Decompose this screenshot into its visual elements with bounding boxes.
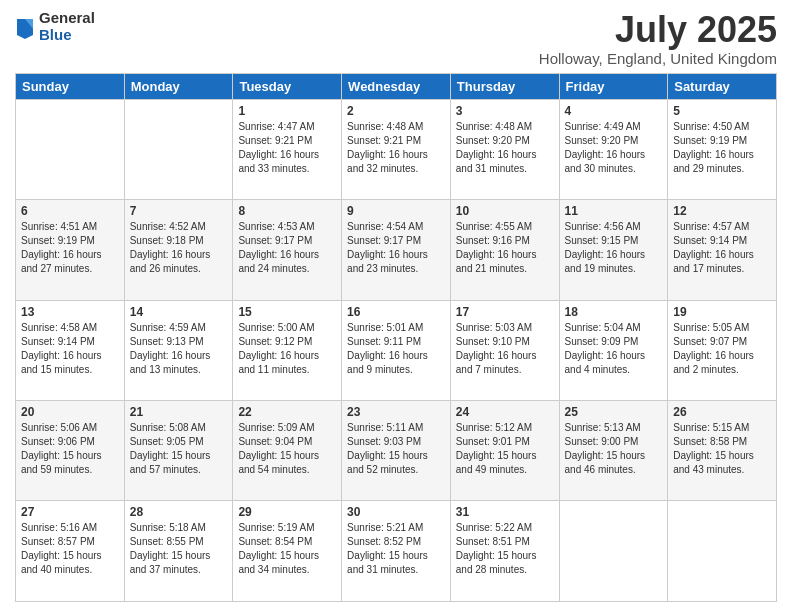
day-info: Sunrise: 4:48 AM Sunset: 9:21 PM Dayligh… (347, 120, 445, 176)
day-cell: 7Sunrise: 4:52 AM Sunset: 9:18 PM Daylig… (124, 200, 233, 300)
day-info: Sunrise: 5:13 AM Sunset: 9:00 PM Dayligh… (565, 421, 663, 477)
day-number: 19 (673, 305, 771, 319)
day-cell: 26Sunrise: 5:15 AM Sunset: 8:58 PM Dayli… (668, 401, 777, 501)
day-cell: 28Sunrise: 5:18 AM Sunset: 8:55 PM Dayli… (124, 501, 233, 602)
day-number: 12 (673, 204, 771, 218)
day-info: Sunrise: 5:04 AM Sunset: 9:09 PM Dayligh… (565, 321, 663, 377)
day-cell: 5Sunrise: 4:50 AM Sunset: 9:19 PM Daylig… (668, 99, 777, 199)
day-info: Sunrise: 5:18 AM Sunset: 8:55 PM Dayligh… (130, 521, 228, 577)
day-number: 15 (238, 305, 336, 319)
day-cell (16, 99, 125, 199)
day-cell: 29Sunrise: 5:19 AM Sunset: 8:54 PM Dayli… (233, 501, 342, 602)
day-cell: 30Sunrise: 5:21 AM Sunset: 8:52 PM Dayli… (342, 501, 451, 602)
day-cell: 19Sunrise: 5:05 AM Sunset: 9:07 PM Dayli… (668, 300, 777, 400)
day-number: 22 (238, 405, 336, 419)
day-info: Sunrise: 4:53 AM Sunset: 9:17 PM Dayligh… (238, 220, 336, 276)
day-number: 2 (347, 104, 445, 118)
day-number: 17 (456, 305, 554, 319)
day-info: Sunrise: 5:03 AM Sunset: 9:10 PM Dayligh… (456, 321, 554, 377)
day-info: Sunrise: 5:15 AM Sunset: 8:58 PM Dayligh… (673, 421, 771, 477)
day-number: 30 (347, 505, 445, 519)
header-cell-saturday: Saturday (668, 73, 777, 99)
page: General Blue July 2025 Holloway, England… (0, 0, 792, 612)
day-cell: 12Sunrise: 4:57 AM Sunset: 9:14 PM Dayli… (668, 200, 777, 300)
day-number: 13 (21, 305, 119, 319)
day-cell: 17Sunrise: 5:03 AM Sunset: 9:10 PM Dayli… (450, 300, 559, 400)
day-cell: 10Sunrise: 4:55 AM Sunset: 9:16 PM Dayli… (450, 200, 559, 300)
day-cell: 20Sunrise: 5:06 AM Sunset: 9:06 PM Dayli… (16, 401, 125, 501)
day-cell: 3Sunrise: 4:48 AM Sunset: 9:20 PM Daylig… (450, 99, 559, 199)
day-number: 6 (21, 204, 119, 218)
day-cell: 18Sunrise: 5:04 AM Sunset: 9:09 PM Dayli… (559, 300, 668, 400)
day-cell: 21Sunrise: 5:08 AM Sunset: 9:05 PM Dayli… (124, 401, 233, 501)
day-cell: 6Sunrise: 4:51 AM Sunset: 9:19 PM Daylig… (16, 200, 125, 300)
day-info: Sunrise: 4:47 AM Sunset: 9:21 PM Dayligh… (238, 120, 336, 176)
day-info: Sunrise: 5:09 AM Sunset: 9:04 PM Dayligh… (238, 421, 336, 477)
day-info: Sunrise: 5:21 AM Sunset: 8:52 PM Dayligh… (347, 521, 445, 577)
day-info: Sunrise: 4:48 AM Sunset: 9:20 PM Dayligh… (456, 120, 554, 176)
main-title: July 2025 (539, 10, 777, 50)
day-info: Sunrise: 5:01 AM Sunset: 9:11 PM Dayligh… (347, 321, 445, 377)
day-cell (124, 99, 233, 199)
day-info: Sunrise: 4:49 AM Sunset: 9:20 PM Dayligh… (565, 120, 663, 176)
day-info: Sunrise: 5:05 AM Sunset: 9:07 PM Dayligh… (673, 321, 771, 377)
day-number: 18 (565, 305, 663, 319)
day-info: Sunrise: 5:06 AM Sunset: 9:06 PM Dayligh… (21, 421, 119, 477)
day-cell (668, 501, 777, 602)
logo-general-text: General (39, 10, 95, 27)
day-cell: 11Sunrise: 4:56 AM Sunset: 9:15 PM Dayli… (559, 200, 668, 300)
day-number: 28 (130, 505, 228, 519)
day-number: 3 (456, 104, 554, 118)
day-number: 26 (673, 405, 771, 419)
day-number: 10 (456, 204, 554, 218)
header-cell-sunday: Sunday (16, 73, 125, 99)
day-cell: 25Sunrise: 5:13 AM Sunset: 9:00 PM Dayli… (559, 401, 668, 501)
day-info: Sunrise: 4:52 AM Sunset: 9:18 PM Dayligh… (130, 220, 228, 276)
day-number: 21 (130, 405, 228, 419)
week-row-1: 1Sunrise: 4:47 AM Sunset: 9:21 PM Daylig… (16, 99, 777, 199)
day-number: 23 (347, 405, 445, 419)
week-row-5: 27Sunrise: 5:16 AM Sunset: 8:57 PM Dayli… (16, 501, 777, 602)
day-info: Sunrise: 4:55 AM Sunset: 9:16 PM Dayligh… (456, 220, 554, 276)
day-cell: 9Sunrise: 4:54 AM Sunset: 9:17 PM Daylig… (342, 200, 451, 300)
day-number: 7 (130, 204, 228, 218)
day-info: Sunrise: 5:11 AM Sunset: 9:03 PM Dayligh… (347, 421, 445, 477)
day-info: Sunrise: 5:19 AM Sunset: 8:54 PM Dayligh… (238, 521, 336, 577)
day-number: 9 (347, 204, 445, 218)
day-cell: 24Sunrise: 5:12 AM Sunset: 9:01 PM Dayli… (450, 401, 559, 501)
week-row-2: 6Sunrise: 4:51 AM Sunset: 9:19 PM Daylig… (16, 200, 777, 300)
day-number: 4 (565, 104, 663, 118)
day-cell: 8Sunrise: 4:53 AM Sunset: 9:17 PM Daylig… (233, 200, 342, 300)
day-number: 29 (238, 505, 336, 519)
day-info: Sunrise: 4:59 AM Sunset: 9:13 PM Dayligh… (130, 321, 228, 377)
logo: General Blue (15, 10, 95, 43)
day-info: Sunrise: 4:54 AM Sunset: 9:17 PM Dayligh… (347, 220, 445, 276)
logo-blue-text: Blue (39, 27, 95, 44)
day-info: Sunrise: 4:57 AM Sunset: 9:14 PM Dayligh… (673, 220, 771, 276)
day-info: Sunrise: 5:16 AM Sunset: 8:57 PM Dayligh… (21, 521, 119, 577)
day-number: 11 (565, 204, 663, 218)
day-number: 20 (21, 405, 119, 419)
day-info: Sunrise: 5:08 AM Sunset: 9:05 PM Dayligh… (130, 421, 228, 477)
calendar-header: SundayMondayTuesdayWednesdayThursdayFrid… (16, 73, 777, 99)
header-cell-wednesday: Wednesday (342, 73, 451, 99)
day-cell: 13Sunrise: 4:58 AM Sunset: 9:14 PM Dayli… (16, 300, 125, 400)
header-row: SundayMondayTuesdayWednesdayThursdayFrid… (16, 73, 777, 99)
header-cell-thursday: Thursday (450, 73, 559, 99)
day-cell (559, 501, 668, 602)
day-info: Sunrise: 4:50 AM Sunset: 9:19 PM Dayligh… (673, 120, 771, 176)
header: General Blue July 2025 Holloway, England… (15, 10, 777, 67)
calendar-body: 1Sunrise: 4:47 AM Sunset: 9:21 PM Daylig… (16, 99, 777, 601)
day-cell: 2Sunrise: 4:48 AM Sunset: 9:21 PM Daylig… (342, 99, 451, 199)
day-cell: 31Sunrise: 5:22 AM Sunset: 8:51 PM Dayli… (450, 501, 559, 602)
day-number: 16 (347, 305, 445, 319)
day-info: Sunrise: 5:12 AM Sunset: 9:01 PM Dayligh… (456, 421, 554, 477)
day-cell: 23Sunrise: 5:11 AM Sunset: 9:03 PM Dayli… (342, 401, 451, 501)
header-cell-monday: Monday (124, 73, 233, 99)
day-cell: 22Sunrise: 5:09 AM Sunset: 9:04 PM Dayli… (233, 401, 342, 501)
day-cell: 15Sunrise: 5:00 AM Sunset: 9:12 PM Dayli… (233, 300, 342, 400)
calendar-table: SundayMondayTuesdayWednesdayThursdayFrid… (15, 73, 777, 602)
day-cell: 14Sunrise: 4:59 AM Sunset: 9:13 PM Dayli… (124, 300, 233, 400)
day-cell: 27Sunrise: 5:16 AM Sunset: 8:57 PM Dayli… (16, 501, 125, 602)
week-row-3: 13Sunrise: 4:58 AM Sunset: 9:14 PM Dayli… (16, 300, 777, 400)
